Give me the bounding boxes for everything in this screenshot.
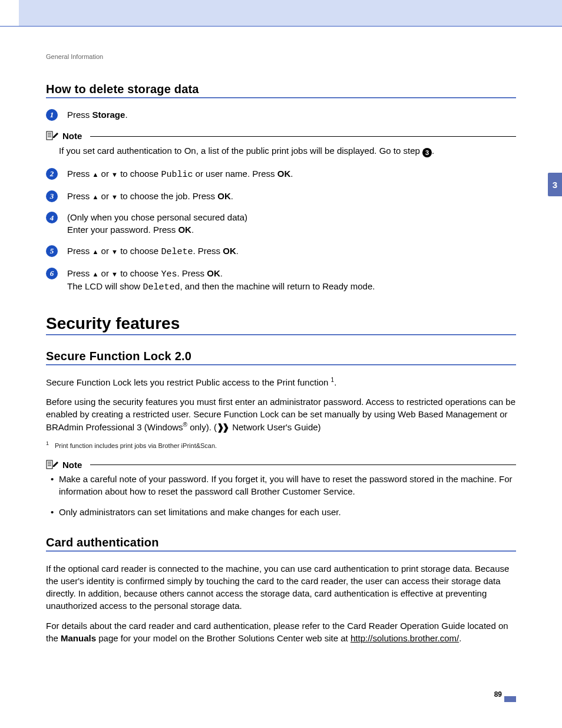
step-1: 1 Press Storage. xyxy=(46,109,516,121)
note-text: If you set card authentication to On, a … xyxy=(59,146,422,156)
step-text: Press xyxy=(67,191,92,201)
heading-rule xyxy=(46,97,516,98)
footnote-text: Print function includes print jobs via B… xyxy=(55,442,217,449)
lcd-text-public: Public xyxy=(161,170,193,180)
down-arrow-icon xyxy=(111,246,118,256)
note-label: Note xyxy=(62,130,82,142)
step-text: . Press xyxy=(177,268,207,278)
up-arrow-icon xyxy=(92,268,99,278)
double-pointer-icon xyxy=(217,422,230,432)
step-text: or xyxy=(98,191,111,201)
down-arrow-icon xyxy=(111,169,118,179)
step-number-icon: 5 xyxy=(46,245,58,257)
card-paragraph-1: If the optional card reader is connected… xyxy=(46,562,516,612)
top-accent-strip xyxy=(0,0,562,27)
body-text: Secure Function Lock lets you restrict P… xyxy=(46,377,331,387)
step-text: or xyxy=(98,246,111,256)
page-number: 89 xyxy=(494,690,502,699)
footer-area: 89 xyxy=(46,651,516,699)
step-text: to choose xyxy=(118,169,161,179)
step-text: , and then the machine will return to Re… xyxy=(180,281,375,291)
note-pencil-icon xyxy=(46,460,59,470)
solutions-link[interactable]: http://solutions.brother.com/ xyxy=(351,633,459,643)
period: . xyxy=(191,225,194,235)
step-4: 4 (Only when you chose personal secured … xyxy=(46,212,516,236)
registered-mark: ® xyxy=(183,421,187,428)
body-text: page for your model on the Brother Solut… xyxy=(96,633,351,643)
step-text: to choose the job. Press xyxy=(118,191,217,201)
running-head: General Information xyxy=(46,53,516,60)
svg-rect-0 xyxy=(47,131,52,140)
top-strip-notch xyxy=(0,0,19,26)
card-paragraph-2: For details about the card reader and ca… xyxy=(46,620,516,645)
step-text: or user name. Press xyxy=(193,169,277,179)
period: . xyxy=(236,246,239,256)
step-text: Press xyxy=(67,246,92,256)
note-bullet-1: Make a careful note of your password. If… xyxy=(51,473,516,498)
down-arrow-icon xyxy=(111,191,118,201)
lcd-text-deleted: Deleted xyxy=(143,282,180,292)
sfl-paragraph-1: Secure Function Lock lets you restrict P… xyxy=(46,376,516,388)
page-body: General Information 3 How to delete stor… xyxy=(0,27,562,722)
heading-rule xyxy=(46,551,516,552)
heading-card-auth: Card authentication xyxy=(46,536,516,549)
note-rule xyxy=(90,136,516,137)
period: . xyxy=(334,377,336,387)
step-number-icon: 4 xyxy=(46,212,58,223)
period: . xyxy=(231,191,233,201)
step-text: Press xyxy=(67,268,92,278)
footnote-1: 1Print function includes print jobs via … xyxy=(46,440,516,449)
note-pencil-icon xyxy=(46,131,59,141)
step-text: (Only when you chose personal secured da… xyxy=(67,212,247,222)
period: . xyxy=(290,169,293,179)
storage-label: Storage xyxy=(92,110,125,120)
ok-label: OK xyxy=(277,169,291,179)
note-block-1: Note If you set card authentication to O… xyxy=(46,130,516,157)
ok-label: OK xyxy=(223,246,236,256)
body-text: only). ( xyxy=(187,422,217,432)
page-number-accent xyxy=(504,696,516,702)
step-text: Press xyxy=(67,169,92,179)
svg-rect-4 xyxy=(47,460,52,469)
chapter-tab: 3 xyxy=(548,173,562,196)
cross-ref: Network User's Guide) xyxy=(230,422,321,432)
ok-label: OK xyxy=(207,268,220,278)
heading-security-features: Security features xyxy=(46,314,516,333)
down-arrow-icon xyxy=(111,268,118,278)
step-text: to choose xyxy=(118,246,161,256)
heading-sfl: Secure Function Lock 2.0 xyxy=(46,350,516,363)
lcd-text-yes: Yes xyxy=(161,269,177,279)
manuals-label: Manuals xyxy=(61,633,96,643)
ok-label: OK xyxy=(217,191,231,201)
note-label: Note xyxy=(62,460,82,470)
up-arrow-icon xyxy=(92,246,99,256)
heading-rule xyxy=(46,334,516,335)
heading-rule xyxy=(46,364,516,365)
period: . xyxy=(220,268,223,278)
step-number-icon: 1 xyxy=(46,109,58,121)
step-list-delete: 1 Press Storage. Note If you set card au… xyxy=(46,109,516,294)
up-arrow-icon xyxy=(92,191,99,201)
ok-label: OK xyxy=(178,225,191,235)
note-bullet-list: Make a careful note of your password. If… xyxy=(46,473,516,518)
step-text: or xyxy=(98,268,111,278)
step-text: . Press xyxy=(193,246,223,256)
step-number-icon: 6 xyxy=(46,268,58,279)
step-text: The LCD will show xyxy=(67,281,143,291)
up-arrow-icon xyxy=(92,169,99,179)
note-bullet-2: Only administrators can set limitations … xyxy=(51,506,516,518)
footnote-number: 1 xyxy=(46,440,49,446)
step-number-icon: 2 xyxy=(46,168,58,180)
step-5: 5 Press or to choose Delete. Press OK. xyxy=(46,245,516,258)
period: . xyxy=(459,633,461,643)
step-ref-3-icon: 3 xyxy=(422,148,432,157)
period: . xyxy=(432,146,434,156)
sfl-paragraph-2: Before using the security features you m… xyxy=(46,396,516,433)
step-text: Enter your password. Press xyxy=(67,225,178,235)
note-rule xyxy=(90,465,516,465)
note-body: If you set card authentication to On, a … xyxy=(46,145,516,157)
step-text: to choose xyxy=(118,268,161,278)
lcd-text-delete: Delete xyxy=(161,247,193,257)
step-number-icon: 3 xyxy=(46,190,58,202)
note-block-2: Note Make a careful note of your passwor… xyxy=(46,460,516,518)
